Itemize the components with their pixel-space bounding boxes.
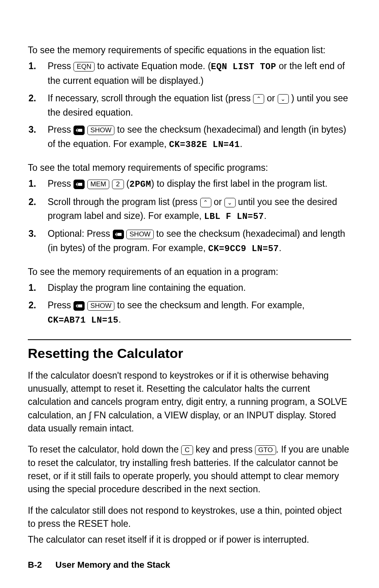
text: . <box>264 211 266 221</box>
text: To reset the calculator, hold down the <box>28 444 181 455</box>
text: Press <box>48 300 73 310</box>
list-item: Press EQN to activate Equation mode. (EQ… <box>44 59 351 88</box>
up-key-icon: ⌃ <box>200 198 211 207</box>
section-divider <box>28 339 351 340</box>
up-key-icon: ⌃ <box>253 94 264 104</box>
down-key-icon: ⌄ <box>278 94 289 104</box>
list-item: Display the program line containing the … <box>44 281 351 295</box>
page-footer: B-2 User Memory and the Stack <box>28 560 170 570</box>
text: key and press <box>193 444 255 455</box>
eqn-key-icon: EQN <box>73 62 95 72</box>
footer-title: User Memory and the Stack <box>56 560 170 570</box>
lcd-text: CK=AB71 LN=15 <box>48 315 118 325</box>
text: ( <box>124 178 130 189</box>
list-item: If necessary, scroll through the equatio… <box>44 91 351 120</box>
c-key-icon: C <box>181 445 193 455</box>
text: to see the checksum and length. For exam… <box>114 300 304 310</box>
lcd-text: CK=9CC9 LN=57 <box>208 244 279 254</box>
text: ) to display the first label in the prog… <box>151 178 328 189</box>
block2-intro: To see the total memory requirements of … <box>28 161 351 174</box>
block2-list: Press MEM 2 (2PGM) to display the first … <box>28 177 351 256</box>
shift-key-icon <box>113 230 124 239</box>
down-key-icon: ⌄ <box>224 198 236 207</box>
block1-list: Press EQN to activate Equation mode. (EQ… <box>28 59 351 152</box>
gto-key-icon: GTO <box>255 445 276 455</box>
lcd-text: CK=382E LN=41 <box>169 140 240 150</box>
text: . <box>240 139 242 149</box>
section-paragraph: If the calculator doesn't respond to key… <box>28 369 351 435</box>
list-item: Press MEM 2 (2PGM) to display the first … <box>44 177 351 191</box>
text: Optional: Press <box>48 228 113 239</box>
shift-key-icon <box>73 301 85 311</box>
section-paragraph: If the calculator still does not respond… <box>28 504 351 531</box>
show-key-icon: SHOW <box>87 301 115 311</box>
section-paragraph: To reset the calculator, hold down the C… <box>28 443 351 496</box>
text: Press <box>48 61 73 71</box>
text: . <box>118 314 121 325</box>
list-item: Press SHOW to see the checksum and lengt… <box>44 298 351 327</box>
shift-key-icon <box>73 180 85 189</box>
page: To see the memory requirements of specif… <box>0 0 379 588</box>
text: or <box>264 93 277 103</box>
list-item: Press SHOW to see the checksum (hexadeci… <box>44 123 351 152</box>
section-heading: Resetting the Calculator <box>28 346 351 361</box>
text: Press <box>48 178 73 189</box>
text: or <box>211 197 224 207</box>
list-item: Optional: Press SHOW to see the checksum… <box>44 227 351 256</box>
text: Scroll through the program list (press <box>48 197 200 207</box>
shift-key-icon <box>73 126 85 135</box>
list-item: Scroll through the program list (press ⌃… <box>44 195 351 224</box>
block1-intro: To see the memory requirements of specif… <box>28 44 351 57</box>
lcd-text: LBL F LN=57 <box>204 212 264 222</box>
text: to activate Equation mode. ( <box>95 61 211 71</box>
page-number: B-2 <box>28 560 42 570</box>
text: Press <box>48 124 73 135</box>
mem-key-icon: MEM <box>87 180 110 189</box>
lcd-text: EQN LIST TOP <box>211 62 276 72</box>
two-key-icon: 2 <box>112 180 124 189</box>
show-key-icon: SHOW <box>87 126 115 135</box>
show-key-icon: SHOW <box>126 230 154 239</box>
text: If necessary, scroll through the equatio… <box>48 93 253 103</box>
block3-list: Display the program line containing the … <box>28 281 351 327</box>
block3-intro: To see the memory requirements of an equ… <box>28 265 351 279</box>
lcd-text: 2PGM <box>130 180 151 190</box>
text: . <box>279 243 281 253</box>
section-paragraph: The calculator can reset itself if it is… <box>28 533 351 546</box>
